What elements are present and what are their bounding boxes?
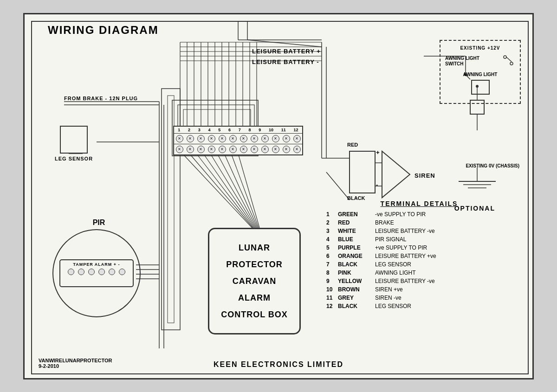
siren-minus: -	[376, 181, 378, 188]
battery-labels: LEISURE BATTERY + LEISURE BATTERY -	[252, 46, 321, 68]
terminal-num: 7	[326, 261, 338, 268]
diagram-container: WIRING DIAGRAM LEISURE BATTERY + LEISURE…	[23, 13, 534, 379]
screw	[283, 146, 290, 153]
terminal-detail-row: 2 RED BRAKE	[326, 219, 512, 226]
terminal-detail-row: 3 WHITE LEISURE BATTERY -ve	[326, 228, 512, 234]
pir-hole	[109, 269, 115, 275]
awning-light-label: AWNING LIGHT	[445, 72, 515, 77]
brake-label: FROM BRAKE - 12N PLUG	[64, 96, 138, 101]
screw	[197, 135, 205, 142]
terminal-detail-row: 11 GREY SIREN -ve	[326, 295, 512, 301]
pir-hole	[98, 269, 105, 275]
pir-inner: TAMPER ALARM + -	[59, 259, 134, 287]
screw	[272, 146, 279, 153]
terminal-num: 3	[326, 228, 338, 234]
svg-line-43	[210, 154, 256, 228]
terminal-desc: LEISURE BATTERY -ve	[375, 228, 435, 234]
terminal-desc: SIREN +ve	[375, 286, 403, 293]
terminal-color: ORANGE	[338, 253, 375, 259]
screw	[261, 135, 269, 142]
terminal-desc: SIREN -ve	[375, 295, 402, 301]
svg-line-40	[189, 154, 253, 228]
screw	[187, 135, 194, 142]
screw	[229, 146, 237, 153]
control-box-line1: LUNAR PROTECTOR	[209, 239, 299, 273]
svg-line-47	[238, 154, 259, 228]
terminal-color: BLACK	[338, 303, 375, 309]
leg-sensor: LEG SENSOR	[55, 126, 93, 161]
svg-line-46	[231, 154, 259, 228]
svg-point-69	[504, 56, 506, 58]
terminal-details-title: TERMINAL DETAILS	[326, 200, 512, 207]
existing-12v-label: EXISTING +12V	[445, 45, 515, 51]
terminal-detail-row: 7 BLACK LEG SENSOR	[326, 261, 512, 268]
terminal-desc: LEG SENSOR	[375, 261, 411, 268]
control-box-line4: CONTROL BOX	[209, 306, 299, 323]
pir-label: PIR	[52, 218, 145, 227]
terminal-detail-row: 8 PINK AWNING LIGHT	[326, 270, 512, 276]
terminal-num: 11	[326, 295, 338, 301]
svg-line-34	[326, 172, 350, 200]
footer-left-line2: 9-2-2010	[39, 363, 112, 369]
terminal-desc: AWNING LIGHT	[375, 270, 416, 276]
svg-line-42	[203, 154, 255, 228]
existing-0v-label: EXISTING 0V (CHASSIS)	[466, 163, 519, 169]
screw	[197, 146, 205, 153]
page-title: WIRING DIAGRAM	[48, 24, 159, 37]
pir-inner-label: TAMPER ALARM + -	[73, 262, 120, 267]
leg-sensor-label: LEG SENSOR	[55, 156, 93, 161]
terminal-desc: +ve SUPPLY TO PIR	[375, 244, 427, 251]
terminal-color: GREY	[338, 295, 375, 301]
terminal-color: GREEN	[338, 211, 375, 218]
terminal-color: RED	[338, 219, 375, 226]
optional-box: EXISTING +12V AWNING LIGHT SWITCH AWNING…	[440, 40, 521, 104]
control-box: LUNAR PROTECTOR CARAVAN ALARM CONTROL BO…	[208, 228, 301, 334]
terminal-color: PINK	[338, 270, 375, 276]
terminal-color: YELLOW	[338, 278, 375, 284]
terminal-desc: LEISURE BATTERY -ve	[375, 278, 435, 284]
terminal-numbers: 123456 789101112	[174, 127, 302, 134]
terminal-detail-row: 12 BLACK LEG SENSOR	[326, 303, 512, 309]
screw	[229, 135, 237, 142]
control-box-text: LUNAR PROTECTOR CARAVAN ALARM CONTROL BO…	[209, 239, 299, 323]
terminal-detail-row: 1 GREEN -ve SUPPLY TO PIR	[326, 211, 512, 218]
terminal-detail-row: 5 PURPLE +ve SUPPLY TO PIR	[326, 244, 512, 251]
terminal-num: 4	[326, 236, 338, 243]
awning-light-box	[471, 80, 490, 95]
terminal-detail-row: 10 BROWN SIREN +ve	[326, 286, 512, 293]
screw	[240, 135, 247, 142]
screw	[176, 135, 183, 142]
terminal-desc: -ve SUPPLY TO PIR	[375, 211, 426, 218]
terminal-num: 8	[326, 270, 338, 276]
screw	[187, 146, 194, 153]
terminal-details: TERMINAL DETAILS 1 GREEN -ve SUPPLY TO P…	[326, 200, 512, 311]
svg-line-41	[196, 154, 254, 228]
terminal-screws-bottom	[174, 144, 302, 154]
screw	[272, 135, 279, 142]
terminal-num: 10	[326, 286, 338, 293]
pir-hole	[78, 269, 84, 275]
terminal-detail-row: 4 BLUE PIR SIGNAL	[326, 236, 512, 243]
control-box-line2: CARAVAN	[209, 273, 299, 289]
pir-container: PIR TAMPER ALARM + -	[52, 218, 145, 321]
svg-line-70	[506, 57, 512, 62]
terminal-color: PURPLE	[338, 244, 375, 251]
terminal-detail-row: 6 ORANGE LEISURE BATTERY +ve	[326, 253, 512, 259]
battery-negative-label: LEISURE BATTERY -	[252, 57, 321, 67]
terminal-desc: PIR SIGNAL	[375, 236, 406, 243]
screw	[283, 135, 290, 142]
pir-circle: TAMPER ALARM + -	[52, 229, 141, 317]
pir-holes	[68, 269, 125, 275]
footer-left-line1: VANWIRELUNARPROTECTOR	[39, 358, 112, 363]
terminal-block: 123456 789101112	[173, 126, 303, 155]
screw	[293, 135, 301, 142]
terminal-color: BROWN	[338, 286, 375, 293]
svg-rect-52	[162, 89, 180, 330]
svg-line-45	[224, 154, 258, 228]
svg-line-39	[182, 154, 252, 228]
svg-marker-36	[382, 151, 410, 198]
screw	[176, 146, 183, 153]
terminal-num: 2	[326, 219, 338, 226]
awning-switch-label: AWNING LIGHT SWITCH	[445, 56, 498, 67]
pir-hole	[119, 269, 125, 275]
